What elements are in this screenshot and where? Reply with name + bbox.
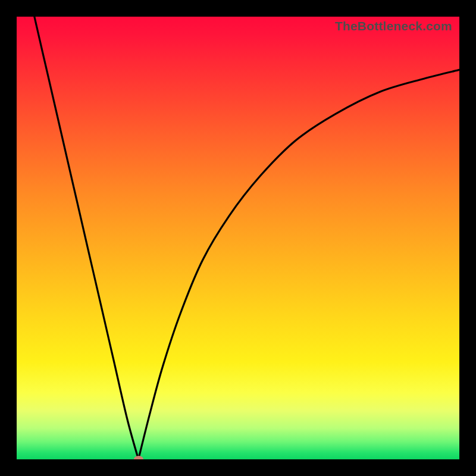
curve-path xyxy=(35,17,459,459)
optimum-marker xyxy=(134,456,143,459)
plot-area: TheBottleneck.com xyxy=(17,17,459,459)
bottleneck-curve xyxy=(17,17,459,459)
chart-frame: TheBottleneck.com xyxy=(0,0,476,476)
